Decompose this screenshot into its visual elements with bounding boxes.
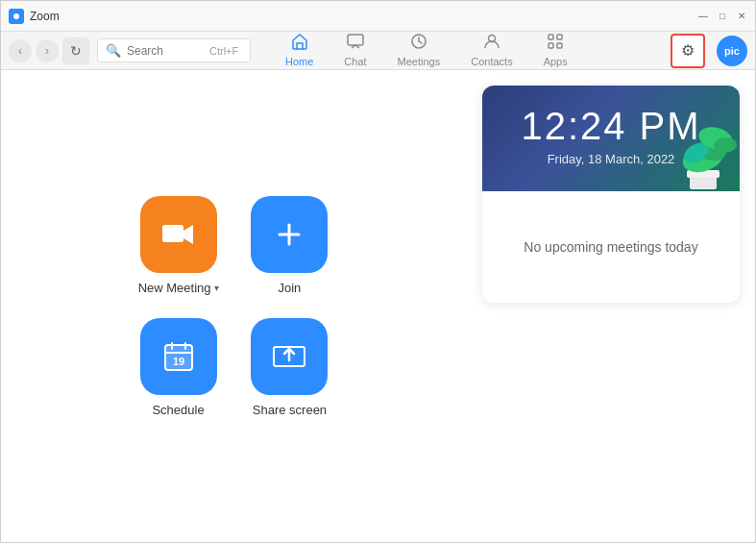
settings-button[interactable]: ⚙ [671, 34, 705, 68]
apps-icon [546, 32, 565, 54]
schedule-label: Schedule [152, 403, 204, 417]
svg-point-1 [13, 13, 19, 19]
tab-contacts[interactable]: Contacts [455, 28, 527, 73]
share-screen-button[interactable] [251, 318, 328, 395]
tab-chat-label: Chat [344, 56, 366, 67]
tab-home[interactable]: Home [270, 28, 329, 73]
toolbar: ‹ › ↻ 🔍 Ctrl+F Home [1, 32, 755, 70]
app-window: Zoom — □ ✕ ‹ › ↻ 🔍 Ctrl+F H [0, 0, 756, 543]
share-screen-label: Share screen [253, 403, 327, 417]
app-title: Zoom [30, 10, 697, 23]
svg-text:19: 19 [172, 356, 183, 367]
avatar-button[interactable]: pic [717, 36, 747, 66]
search-bar[interactable]: 🔍 Ctrl+F [97, 38, 251, 62]
refresh-button[interactable]: ↻ [62, 37, 89, 64]
svg-rect-7 [549, 43, 553, 48]
svg-rect-5 [549, 35, 553, 39]
tab-apps[interactable]: Apps [528, 28, 583, 73]
minimize-button[interactable]: — [697, 11, 709, 22]
action-grid: New Meeting ▾ Join [138, 196, 330, 417]
forward-button[interactable]: › [36, 39, 59, 62]
tab-home-label: Home [285, 56, 313, 67]
schedule-button[interactable]: 19 [140, 318, 217, 395]
svg-rect-10 [162, 225, 183, 242]
tab-meetings[interactable]: Meetings [382, 28, 456, 73]
gear-icon: ⚙ [681, 41, 695, 60]
plant-decoration [663, 124, 740, 191]
left-panel: New Meeting ▾ Join [1, 70, 467, 542]
share-screen-action[interactable]: Share screen [250, 318, 330, 417]
tab-chat[interactable]: Chat [329, 28, 381, 73]
contacts-icon [482, 32, 501, 54]
svg-rect-8 [557, 43, 562, 48]
nav-tabs: Home Chat Meetings [270, 28, 583, 73]
tab-meetings-label: Meetings [398, 56, 441, 67]
right-panel: 12:24 PM Friday, 18 March, 2022 [467, 70, 755, 542]
calendar-widget: 12:24 PM Friday, 18 March, 2022 [482, 86, 740, 303]
chat-icon [346, 32, 365, 54]
no-meetings-text: No upcoming meetings today [501, 210, 720, 284]
schedule-action[interactable]: 19 Schedule [138, 318, 219, 417]
back-button[interactable]: ‹ [9, 39, 32, 62]
join-button[interactable] [251, 196, 328, 273]
clock-date: Friday, 18 March, 2022 [548, 152, 675, 166]
dropdown-arrow: ▾ [214, 283, 219, 293]
main-content: New Meeting ▾ Join [1, 70, 755, 542]
tab-apps-label: Apps [544, 56, 568, 67]
svg-rect-6 [557, 35, 562, 39]
new-meeting-action[interactable]: New Meeting ▾ [138, 196, 219, 295]
avatar-label: pic [724, 45, 740, 57]
join-action[interactable]: Join [250, 196, 330, 295]
window-controls: — □ ✕ [697, 11, 747, 22]
join-label: Join [279, 281, 302, 295]
home-icon [290, 32, 309, 54]
close-button[interactable]: ✕ [736, 11, 747, 22]
search-icon: 🔍 [106, 43, 121, 58]
maximize-button[interactable]: □ [717, 11, 728, 22]
meetings-icon [409, 32, 428, 54]
app-icon [9, 9, 24, 24]
svg-rect-2 [348, 35, 363, 45]
search-input[interactable] [127, 44, 204, 58]
tab-contacts-label: Contacts [471, 56, 512, 67]
calendar-body: No upcoming meetings today [482, 191, 740, 303]
search-shortcut: Ctrl+F [209, 45, 238, 57]
calendar-header: 12:24 PM Friday, 18 March, 2022 [482, 86, 740, 191]
new-meeting-button[interactable] [140, 196, 217, 273]
new-meeting-label: New Meeting ▾ [138, 281, 219, 295]
